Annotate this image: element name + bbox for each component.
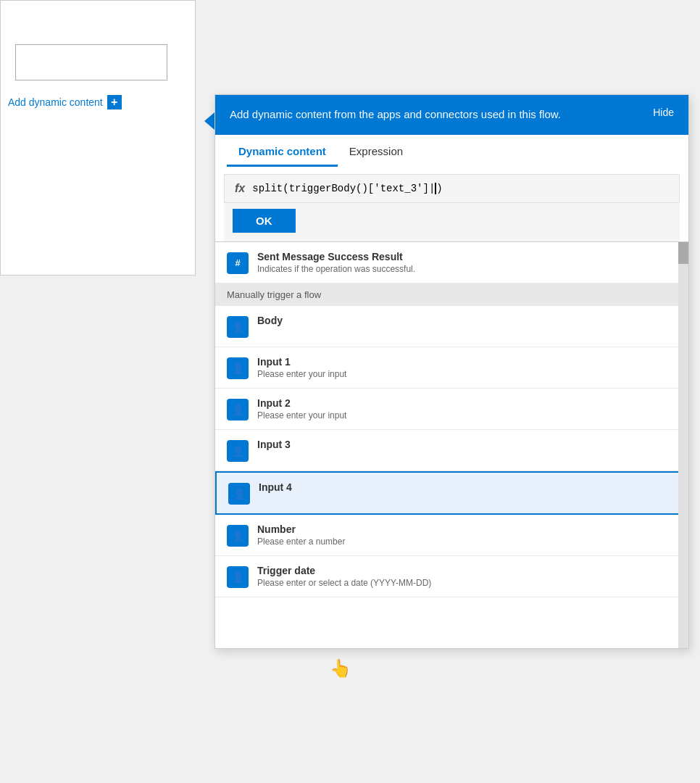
add-dynamic-content-button[interactable]: Add dynamic content + [8,95,122,109]
trigger-date-desc: Please enter or select a date (YYYY-MM-D… [257,578,431,588]
expression-area: fx split(triggerBody()['text_3']|) [224,174,680,203]
sent-message-row[interactable]: # Sent Message Success Result Indicates … [215,242,688,283]
list-item-trigger-date[interactable]: 👤 Trigger date Please enter or select a … [215,556,688,597]
list-area: # Sent Message Success Result Indicates … [215,242,688,648]
list-item-input3[interactable]: 👤 Input 3 [215,430,688,471]
person-icon-number: 👤 [227,525,249,547]
list-item-input2[interactable]: 👤 Input 2 Please enter your input [215,389,688,430]
input3-title: Input 3 [257,439,291,450]
chevron-left-icon [204,112,214,130]
input3-text-block: Input 3 [257,439,291,450]
list-item-number[interactable]: 👤 Number Please enter a number [215,515,688,556]
section-header-manually-trigger: Manually trigger a flow [215,283,688,306]
number-title: Number [257,523,345,535]
ok-button[interactable]: OK [233,209,296,233]
input2-text-block: Input 2 Please enter your input [257,397,346,420]
input2-title: Input 2 [257,397,346,409]
person-icon-trigger-date: 👤 [227,566,249,588]
sent-message-title: Sent Message Success Result [257,251,415,262]
input1-text-block: Input 1 Please enter your input [257,356,346,379]
list-item-input1[interactable]: 👤 Input 1 Please enter your input [215,347,688,389]
fx-label: fx [235,182,245,195]
sent-message-desc: Indicates if the operation was successfu… [257,264,415,274]
panel-header-description: Add dynamic content from the apps and co… [230,107,561,123]
input1-desc: Please enter your input [257,369,346,379]
body-text-block: Body [257,315,283,326]
person-icon-input4: 👤 [228,483,250,505]
scroll-thumb[interactable] [678,242,688,264]
input4-text-block: Input 4 [259,481,292,493]
trigger-date-title: Trigger date [257,565,431,576]
list-item-body[interactable]: 👤 Body [215,306,688,347]
expression-input[interactable]: split(triggerBody()['text_3']|) [252,183,669,194]
input4-title: Input 4 [259,481,292,493]
hashtag-icon: # [227,252,249,274]
add-dynamic-label: Add dynamic content [8,96,103,108]
dynamic-content-panel: Add dynamic content from the apps and co… [214,94,689,649]
person-icon-body: 👤 [227,316,249,338]
plus-icon: + [107,95,122,109]
left-panel: Add dynamic content + [0,0,196,276]
list-item-input4[interactable]: 👤 Input 4 [215,471,688,515]
cursor-hand-icon: 👆 [330,658,351,679]
number-text-block: Number Please enter a number [257,523,345,547]
number-desc: Please enter a number [257,536,345,547]
scrollbar[interactable]: ▲ [678,242,688,648]
person-icon-input3: 👤 [227,440,249,462]
trigger-date-text-block: Trigger date Please enter or select a da… [257,565,431,588]
person-icon-input1: 👤 [227,357,249,379]
body-title: Body [257,315,283,326]
input-box [15,44,167,80]
ok-button-row: OK [224,203,680,241]
input2-desc: Please enter your input [257,410,346,420]
person-icon-input2: 👤 [227,399,249,420]
hide-button[interactable]: Hide [653,107,674,118]
input1-title: Input 1 [257,356,346,368]
tab-dynamic-content[interactable]: Dynamic content [227,135,338,167]
tab-expression[interactable]: Expression [338,135,414,167]
panel-header: Add dynamic content from the apps and co… [215,95,688,135]
tabs-row: Dynamic content Expression [215,135,688,167]
sent-message-text-block: Sent Message Success Result Indicates if… [257,251,415,274]
